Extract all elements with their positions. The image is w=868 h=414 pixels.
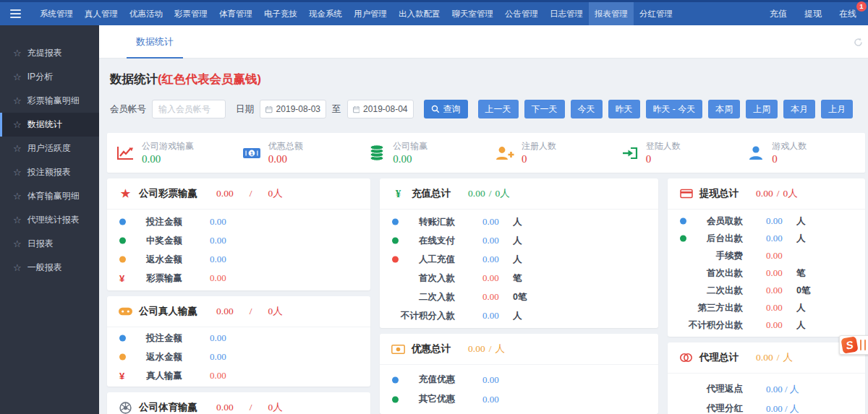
card-deposit-total: ¥ 充值总计 0.00 / 0人 转账汇款0.00人 在线支付0.00人 人工充 (380, 178, 658, 328)
sidebar-item-label: 投注额报表 (27, 166, 71, 178)
card-live-winloss: 公司真人输赢 0.00 / 0人 投注金额0.00 返水金额0.00 ¥真人输赢… (107, 296, 370, 387)
user-plus-icon (495, 145, 514, 160)
stat-row: 代理返点0.00 / 人 (668, 379, 865, 399)
nav-item-sports[interactable]: 体育管理 (213, 2, 258, 25)
sidebar-item-deposit-report[interactable]: ☆ 充提报表 (0, 41, 99, 65)
stat-value: 0 (522, 153, 556, 165)
stat-row: ¥真人输赢0.00 (107, 366, 370, 385)
stat-value: 0 (772, 153, 807, 165)
account-input[interactable] (152, 100, 226, 118)
sidebar-item-label: 数据统计 (27, 118, 62, 131)
star-icon: ☆ (13, 143, 22, 154)
page-content: 数据统计(红色代表会员赢钱) 会员帐号 日期 2019-08-03 至 2019… (99, 59, 868, 414)
last-week-button[interactable]: 上周 (746, 100, 778, 118)
column-middle: ¥ 充值总计 0.00 / 0人 转账汇款0.00人 在线支付0.00人 人工充 (380, 178, 658, 414)
coins-icon (368, 145, 386, 161)
sidebar-item-bet-report[interactable]: ☆ 投注额报表 (0, 160, 99, 184)
card-title: 公司彩票输赢 (139, 187, 197, 200)
nav-item-reports[interactable]: 报表管理 (589, 2, 634, 25)
date-from-input[interactable]: 2019-08-03 (260, 100, 326, 118)
this-month-button[interactable]: 本月 (783, 100, 815, 118)
nav-item-dividend[interactable]: 分红管理 (634, 2, 678, 25)
green-dot-icon (680, 236, 686, 242)
nav-online-button[interactable]: 在线 1 (830, 2, 865, 25)
nav-item-chatroom[interactable]: 聊天室管理 (446, 2, 500, 25)
star-icon: ☆ (13, 191, 22, 202)
page-title-text: 数据统计 (110, 72, 158, 85)
card-header-sep: / (250, 306, 252, 317)
nav-item-promo[interactable]: 优惠活动 (124, 2, 169, 25)
search-button[interactable]: 查询 (424, 100, 468, 118)
date-to-input[interactable]: 2019-08-04 (347, 100, 414, 118)
card-header-value: 0.00 (756, 188, 773, 199)
nav-item-lottery[interactable]: 彩票管理 (169, 2, 213, 25)
nav-item-logs[interactable]: 日志管理 (544, 2, 589, 25)
stat-value: 0.00 (268, 153, 303, 165)
refresh-icon[interactable] (854, 37, 863, 50)
sidebar-item-label: 代理统计报表 (27, 214, 80, 226)
sidebar-item-label: 一般报表 (27, 262, 62, 274)
stat-row: 首次入款0.00笔 (380, 269, 658, 288)
today-button[interactable]: 今天 (571, 100, 603, 118)
nav-item-payment-config[interactable]: 出入款配置 (393, 2, 446, 25)
tab-data-stats[interactable]: 数据统计 (127, 25, 183, 59)
stat-label: 游戏人数 (772, 140, 807, 152)
sidebar-item-general-report[interactable]: ☆ 一般报表 (0, 256, 99, 280)
nav-recharge-button[interactable]: 充值 (761, 2, 796, 25)
yesterday-button[interactable]: 昨天 (608, 100, 640, 118)
sidebar-item-lottery-detail[interactable]: ☆ 彩票输赢明细 (0, 89, 99, 113)
card-header-sep: / (489, 343, 492, 355)
orange-dot-icon (119, 354, 126, 361)
card-withdraw-total: 提现总计 0.00 / 0人 会员取款0.00人 后台出款0.00人 手续费0.… (668, 178, 865, 337)
nav-item-live[interactable]: 真人管理 (79, 2, 124, 25)
sidebar-item-daily-report[interactable]: ☆ 日报表 (0, 232, 99, 256)
stat-row: 不计积分入款0.00人 (380, 306, 658, 325)
card-header-people: 0人 (268, 305, 282, 318)
nav-withdraw-button[interactable]: 提现 (796, 2, 830, 25)
nav-item-esports[interactable]: 电子竞技 (258, 2, 303, 25)
yesterday-to-today-button[interactable]: 昨天 - 今天 (646, 100, 703, 118)
ime-toolbar[interactable]: S (839, 335, 868, 355)
nav-item-system[interactable]: 系统管理 (34, 2, 79, 25)
sidebar-item-user-activity[interactable]: ☆ 用户活跃度 (0, 137, 99, 160)
stat-value: 0 (646, 153, 681, 165)
stat-label: 公司输赢 (393, 140, 427, 152)
sidebar-item-ip-analysis[interactable]: ☆ IP分析 (0, 65, 99, 89)
sogou-ime-icon[interactable]: S (841, 336, 858, 353)
card-title: 优惠总计 (412, 342, 451, 355)
stat-row: 充值优惠0.00 (380, 370, 658, 389)
last-month-button[interactable]: 上月 (821, 100, 853, 118)
search-icon (431, 105, 440, 113)
column-right: 提现总计 0.00 / 0人 会员取款0.00人 后台出款0.00人 手续费0.… (668, 178, 865, 414)
star-solid-icon: ★ (119, 187, 132, 200)
sidebar-item-data-stats[interactable]: ☆ 数据统计 (0, 113, 99, 137)
nav-item-cash[interactable]: 现金系统 (303, 2, 348, 25)
credit-card-icon (679, 189, 693, 199)
stat-row: 手续费0.00 (668, 247, 865, 264)
nav-item-users[interactable]: 用户管理 (348, 2, 393, 25)
star-icon: ☆ (13, 262, 22, 273)
card-header-sep: / (489, 188, 492, 199)
sidebar-item-agent-stats[interactable]: ☆ 代理统计报表 (0, 208, 99, 232)
stat-row: ¥彩票输赢0.00 (107, 269, 370, 288)
card-header-people: 人 (495, 342, 505, 355)
sidebar-item-sports-detail[interactable]: ☆ 体育输赢明细 (0, 184, 99, 208)
stat-game-winloss: 公司游戏输赢 0.00 (107, 140, 234, 165)
nav-item-announcement[interactable]: 公告管理 (499, 2, 544, 25)
card-header-people: 人 (783, 351, 793, 364)
this-week-button[interactable]: 本周 (708, 100, 740, 118)
nav-online-label: 在线 (839, 9, 856, 19)
prev-day-button[interactable]: 上一天 (478, 100, 519, 118)
hamburger-menu-icon[interactable] (10, 9, 21, 18)
card-agent-total: 代理总计 0.00 / 人 代理返点0.00 / 人 代理分红0.00 / 人 (668, 342, 865, 414)
top-navbar: 系统管理 真人管理 优惠活动 彩票管理 体育管理 电子竞技 现金系统 用户管理 … (0, 0, 868, 25)
card-header: ¥ 充值总计 0.00 / 0人 (380, 178, 658, 210)
card-header: 公司体育输赢 0.00 / 0人 (107, 392, 370, 414)
stat-row: 首次出款0.00笔 (668, 264, 865, 282)
quick-date-buttons: 上一天 下一天 今天 昨天 昨天 - 今天 本周 上周 本月 上月 (472, 100, 854, 118)
next-day-button[interactable]: 下一天 (524, 100, 565, 118)
stat-row: 会员取款0.00人 (668, 212, 865, 230)
stat-label: 公司游戏输赢 (142, 140, 194, 152)
sidebar-item-label: 日报表 (27, 238, 54, 250)
stat-value: 0.00 (142, 153, 194, 165)
